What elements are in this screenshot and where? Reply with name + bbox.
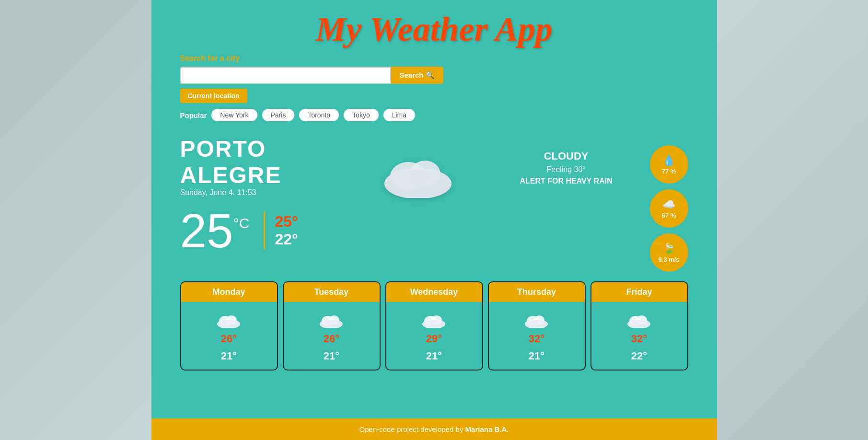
forecast-lo: 21°: [221, 350, 237, 362]
search-area: Search for a city Search 🔍 Current locat…: [151, 54, 717, 131]
forecast-lo: 21°: [324, 350, 339, 362]
forecast-cloud-icon: [216, 311, 242, 328]
temp-divider: [264, 211, 265, 250]
forecast-row: Monday 26° 21° Tuesday 26° 21° Wednesday: [151, 277, 717, 380]
forecast-hi: 32°: [529, 333, 544, 345]
cloud-cover-icon: ☁️: [662, 198, 675, 211]
humidity-value: 77 %: [662, 168, 676, 175]
forecast-day-label: Tuesday: [284, 282, 380, 302]
indicator-humidity: 💧77 %: [650, 145, 688, 184]
footer-text: Open-code project developed by: [359, 425, 465, 433]
search-button[interactable]: Search 🔍: [391, 67, 443, 84]
cloud-cover-value: 67 %: [662, 212, 676, 219]
forecast-cloud-icon: [421, 311, 447, 328]
forecast-lo: 21°: [426, 350, 442, 362]
side-indicators: 💧77 %☁️67 %🍃9.3 m/s: [650, 136, 688, 272]
forecast-day-label: Wednesday: [386, 282, 482, 302]
city-chip-tokyo[interactable]: Tokyo: [344, 109, 379, 121]
forecast-cloud-icon: [318, 311, 345, 328]
forecast-card-thursday: Thursday 32° 21°: [488, 281, 586, 371]
temp-row: 25 °C 25° 22°: [180, 207, 335, 255]
city-chip-toronto[interactable]: Toronto: [299, 109, 339, 121]
feeling-text: Feeling 30°: [547, 165, 586, 174]
weather-main: PORTO ALEGRE Sunday, June 4. 11:53 25 °C…: [151, 131, 717, 277]
temp-unit: °C: [233, 215, 250, 232]
popular-label: Popular: [180, 111, 207, 119]
forecast-hi: 32°: [631, 333, 647, 345]
humidity-icon: 💧: [662, 154, 675, 167]
city-chip-new-york[interactable]: New York: [211, 109, 257, 121]
forecast-cloud-icon: [523, 311, 550, 328]
forecast-body: 32° 21°: [489, 302, 585, 370]
forecast-card-wednesday: Wednesday 29° 21°: [385, 281, 483, 371]
temp-hi: 25°: [275, 213, 298, 231]
forecast-hi: 26°: [221, 333, 237, 345]
forecast-day-label: Monday: [181, 282, 277, 302]
condition-label: CLOUDY: [544, 150, 589, 162]
forecast-day-label: Friday: [591, 282, 687, 302]
app-container: My Weather App Search for a city Search …: [151, 0, 717, 440]
indicator-cloud-cover: ☁️67 %: [650, 189, 688, 228]
alert-text: ALERT FOR HEAVY RAIN: [520, 177, 613, 185]
current-location-button[interactable]: Current location: [180, 89, 247, 103]
footer-author: Mariana B.A.: [465, 425, 509, 433]
footer: Open-code project developed by Mariana B…: [151, 418, 717, 440]
popular-row: Popular New YorkParisTorontoTokyoLima: [180, 109, 688, 121]
city-name: PORTO ALEGRE: [180, 136, 335, 188]
forecast-body: 32° 22°: [591, 302, 687, 370]
forecast-body: 26° 21°: [181, 302, 277, 370]
svg-point-3: [384, 169, 451, 198]
city-chip-paris[interactable]: Paris: [262, 109, 295, 121]
forecast-card-monday: Monday 26° 21°: [180, 281, 278, 371]
temp-lo: 22°: [275, 231, 298, 248]
forecast-cloud-icon: [626, 311, 652, 328]
indicator-wind-speed: 🍃9.3 m/s: [650, 233, 688, 272]
forecast-card-friday: Friday 32° 22°: [590, 281, 688, 371]
weather-details: CLOUDY Feeling 30° ALERT FOR HEAVY RAIN: [502, 136, 631, 185]
forecast-card-tuesday: Tuesday 26° 21°: [283, 281, 381, 371]
forecast-body: 29° 21°: [386, 302, 482, 370]
city-info: PORTO ALEGRE Sunday, June 4. 11:53 25 °C…: [180, 136, 335, 255]
app-title: My Weather App: [151, 0, 717, 54]
temp-hi-lo: 25° 22°: [275, 213, 298, 248]
main-cloud-icon: [380, 145, 456, 198]
weather-icon-main: [354, 136, 483, 198]
forecast-body: 26° 21°: [284, 302, 380, 370]
search-row: Search 🔍: [180, 67, 688, 84]
search-label: Search for a city: [180, 54, 688, 63]
temp-main: 25: [180, 207, 233, 255]
search-input[interactable]: [180, 67, 391, 84]
wind-speed-icon: 🍃: [662, 243, 675, 255]
city-chip-lima[interactable]: Lima: [383, 109, 415, 121]
forecast-day-label: Thursday: [489, 282, 585, 302]
forecast-lo: 22°: [631, 350, 647, 362]
forecast-hi: 29°: [426, 333, 442, 345]
city-date: Sunday, June 4. 11:53: [180, 188, 335, 197]
wind-speed-value: 9.3 m/s: [658, 256, 679, 263]
forecast-lo: 21°: [529, 350, 544, 362]
forecast-hi: 26°: [324, 333, 339, 345]
